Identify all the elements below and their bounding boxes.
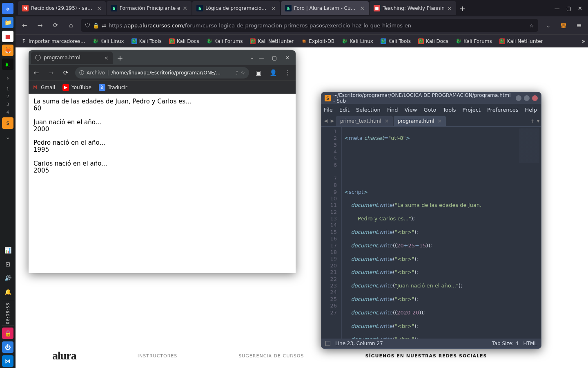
bookmark-nethunter[interactable]: 🐉Kali NetHunter [247,37,296,46]
workspace-3[interactable]: 3 [7,102,9,107]
menu-selection[interactable]: Selection [356,107,381,113]
workspace-4[interactable]: 4 [7,110,9,114]
bookmark-kali-docs[interactable]: 🐉Kali Docs [166,37,202,46]
code-area[interactable]: <meta charset="utf-8"> <script> document… [342,127,541,339]
fx-tab-1[interactable]: aFormación Principiante e× [107,1,192,15]
new-tab-icon[interactable]: + [530,118,535,124]
fx-tab-2[interactable]: aLógica de programación: F× [192,1,280,15]
bookmarks-overflow[interactable]: » [581,37,586,45]
share-icon[interactable]: ⤴ [236,70,238,76]
sublime-titlebar[interactable]: S ~/Escritorio/programar/ONE/LOGICA DE P… [321,92,541,104]
forward-button[interactable]: → [46,69,56,76]
close-icon[interactable]: × [104,55,109,61]
sublime-task-icon[interactable]: S [2,117,13,129]
close-icon[interactable]: × [438,118,442,124]
new-tab-button[interactable]: + [457,4,468,13]
close-icon[interactable]: × [97,5,102,11]
terminal-icon[interactable]: $_ [2,58,13,70]
close-button[interactable] [532,95,538,101]
expand-icon[interactable]: › [2,72,13,84]
fx-tab-3[interactable]: aForo | Alura Latam - Curso× [281,1,369,15]
minimize-button[interactable]: — [555,5,560,11]
app-menu-button[interactable]: ≡ [573,20,585,31]
vscode-icon[interactable]: ⋈ [2,355,13,367]
minimize-button[interactable]: — [256,55,267,61]
home-button[interactable]: ⌂ [65,20,77,31]
bookmark-kali-docs-2[interactable]: 🐉Kali Docs [415,37,451,46]
bookmark-kali-forums-2[interactable]: 🐉Kali Forums [453,37,495,46]
menu-find[interactable]: Find [387,107,398,113]
notifications-icon[interactable]: 🔔 [2,286,13,298]
minimap[interactable] [519,128,539,186]
sublime-tab-0[interactable]: primer_text.html× [336,116,393,126]
workspace-2[interactable]: 2 [7,94,9,99]
back-button[interactable]: ← [19,20,30,31]
url-bar[interactable]: 🛡 🔒 ⇄ https://app.aluracursos.com/forum/… [81,19,538,32]
disk-icon[interactable]: ⊡ [2,258,13,270]
close-button[interactable]: ✕ [578,5,582,11]
status-lang[interactable]: HTML [523,341,537,346]
chromium-url-bar[interactable]: ⓘ Archivo | /home/linuxop1/Escritorio/pr… [75,67,249,79]
app-launcher-icon[interactable]: ⟐ [2,3,13,14]
minimize-button[interactable] [516,95,521,101]
menu-preferences[interactable]: Preferences [487,107,518,113]
menu-goto[interactable]: Goto [423,107,436,113]
profile-icon[interactable]: 👤 [268,69,278,76]
close-icon[interactable]: × [447,5,452,11]
close-icon[interactable]: × [271,5,276,11]
menu-tools[interactable]: Tools [443,107,456,113]
sublime-editor[interactable]: 1234 56 78910111213141516171819202122232… [321,127,541,339]
pocket-icon[interactable]: ⌵ [542,20,554,31]
menu-icon[interactable]: ⋮ [283,69,293,76]
close-icon[interactable]: × [360,5,365,11]
menu-view[interactable]: View [405,107,417,113]
document-icon[interactable]: ■ [2,31,13,42]
bookmark-gmail[interactable]: MGmail [32,84,55,91]
maximize-button[interactable] [524,95,530,101]
fx-tab-4[interactable]: ■Teaching: Weekly Plannin× [370,1,456,15]
reload-button[interactable]: ⟳ [50,20,61,31]
close-icon[interactable]: × [183,5,187,11]
status-tabsize[interactable]: Tab Size: 4 [492,341,518,346]
maximize-button[interactable]: ▢ [566,5,571,11]
back-button[interactable]: ← [31,69,42,76]
chevron-down-icon[interactable]: ⌄ [2,131,13,143]
bookmark-youtube[interactable]: ▶YouTube [62,84,91,91]
volume-icon[interactable]: 🔊 [2,272,13,284]
extension-icon[interactable]: ▩ [558,20,569,31]
menu-help[interactable]: Help [525,107,537,113]
workspace-1[interactable]: 1 [7,87,9,91]
tab-prev-icon[interactable]: ◀ [323,118,329,123]
close-icon[interactable]: × [385,118,389,124]
bookmark-import[interactable]: ↧Importar marcadores… [18,37,88,46]
bookmark-translate[interactable]: 文Traducir [99,84,127,91]
menu-project[interactable]: Project [462,107,480,113]
graph-icon[interactable]: 📊 [2,245,13,256]
tab-menu-icon[interactable]: ▾ [537,118,539,124]
fx-tab-0[interactable]: MRecibidos (29.195) - samg× [18,1,106,15]
power-icon[interactable]: ⏻ [2,341,13,353]
forward-button[interactable]: → [34,20,46,31]
firefox-icon[interactable]: 🦊 [2,45,13,56]
bookmark-kali-tools[interactable]: 🐉Kali Tools [129,37,165,46]
bookmark-nethunter-2[interactable]: 🐉Kali NetHunter [497,37,546,46]
tab-next-icon[interactable]: ▶ [330,118,335,123]
status-panel-icon[interactable] [325,341,330,346]
bookmark-star-icon[interactable]: ☆ [529,22,534,29]
close-button[interactable]: ✕ [282,55,293,61]
menu-edit[interactable]: Edit [339,107,350,113]
lock-icon[interactable]: 🔒 [2,328,13,339]
bookmark-kali-forums[interactable]: 🐉Kali Forums [204,37,246,46]
bookmark-exploitdb[interactable]: 🕷Exploit-DB [298,37,337,46]
reload-button[interactable]: ⟳ [60,69,71,76]
files-icon[interactable]: 📁 [2,17,13,28]
star-icon[interactable]: ☆ [241,70,245,76]
new-tab-button[interactable]: + [114,54,126,62]
bookmark-kali-linux-2[interactable]: 🐉Kali Linux [339,37,376,46]
bookmark-kali-tools-2[interactable]: 🐉Kali Tools [378,37,414,46]
maximize-button[interactable]: ▢ [269,55,280,61]
bookmark-kali-linux[interactable]: 🐉Kali Linux [90,37,127,46]
sublime-tab-1[interactable]: programa.html× [394,116,446,126]
tab-search-icon[interactable]: ⌄ [250,55,254,61]
chromium-tab[interactable]: programa.html × [31,52,113,64]
